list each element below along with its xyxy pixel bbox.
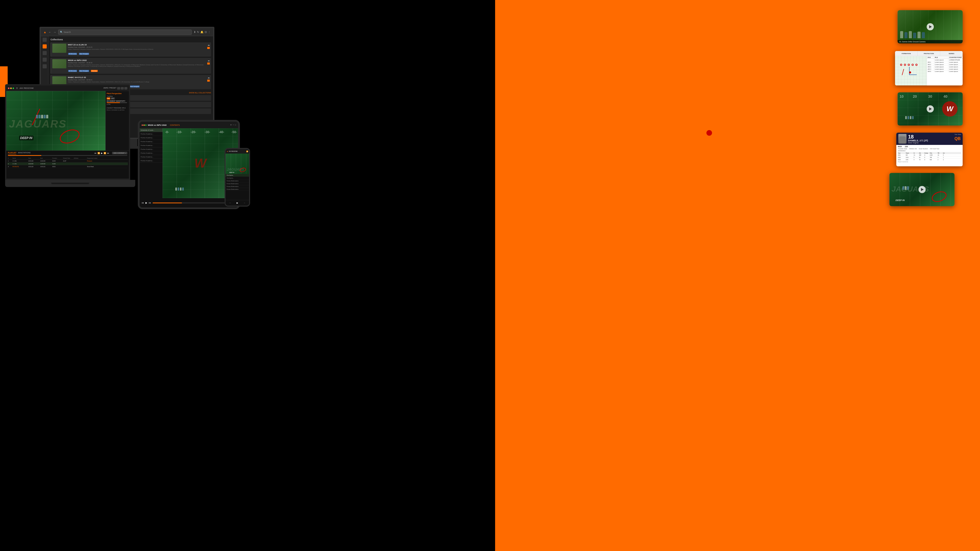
monitor-nav-back[interactable]: ← (48, 30, 51, 34)
ground-camera-play-btn[interactable] (927, 23, 934, 30)
tag-mark-1[interactable]: Mark Heinigkeit (79, 53, 89, 55)
deep-in-text: DEEP IN (19, 136, 33, 140)
playlist-tabs: PLAYLIST ANNOTATIONS ⏮ ⏪ ▶ ⏩ ⏭ ADD CONTE… (8, 152, 127, 154)
show-all-collections-btn[interactable]: SHOW ALL COLLECTIONS (189, 92, 211, 94)
tracking-on-btn[interactable]: ON (107, 97, 110, 100)
laptop-title: JAX REDZONE (19, 87, 34, 89)
collection-thumb-2 (52, 59, 66, 68)
pb-row-0[interactable]: Lorem ipsum LOREM IPSUM (927, 59, 963, 61)
phone-list-item-6[interactable]: Purdue Boilermakers (226, 188, 249, 191)
card-wisc-video: 10 20 30 40 W (897, 92, 963, 125)
phone-content-list: Clio Sports... Clio Sports... Purdue Boi… (226, 174, 249, 200)
menu-icon[interactable]: ⋮ (208, 30, 210, 33)
rewind-btn[interactable]: ⏪ (97, 152, 100, 154)
pb-row-1[interactable]: AB-1 Lorem ipsum Lorem ipsum (927, 61, 963, 64)
fast-forward-btn[interactable]: ⏩ (103, 152, 106, 154)
tracking-off-btn[interactable]: OFF (111, 97, 115, 100)
movement-sensitivity-label: MOVEMENT SENSITIVITY (107, 100, 128, 102)
tablet-close-btn[interactable]: ✕ (230, 124, 232, 126)
monitor-topbar: ▲ ← → 🔍 Search ⬇ ↻ 🔔 ⊡ ⋮ (41, 28, 213, 36)
jax-play-btn[interactable] (918, 186, 926, 193)
tablet-list-item-7[interactable]: Purdue Academy... (140, 151, 162, 155)
cloud-upload-icon-2[interactable]: ☁ (207, 59, 210, 62)
sidebar-icon-settings[interactable] (43, 64, 47, 68)
sidebar-icon-presentations[interactable] (43, 58, 47, 62)
tablet-skip-fwd[interactable]: ⏭ (149, 202, 151, 204)
player-card-header: 18 DANIELS, J.T. (JT) West Virginia QB T… (896, 133, 963, 145)
laptop-speed-icon[interactable]: ANRD (103, 87, 108, 89)
wisc-play-btn[interactable] (927, 105, 934, 113)
tag-overview-2[interactable]: Overview (91, 70, 98, 72)
orange-accent-mid (796, 102, 817, 118)
sidebar-icon-collections[interactable] (43, 44, 47, 48)
laptop-preset-icon[interactable]: PRESET (109, 87, 116, 89)
tablet-max-btn[interactable]: □ (235, 124, 236, 126)
tablet-list-item-2[interactable]: Purdue Academy... (140, 132, 162, 136)
tablet-timeline[interactable] (153, 203, 230, 203)
download-icon[interactable]: ⬇ (194, 30, 196, 33)
phone-video: JAGUARS DEEP IN (226, 154, 249, 174)
phone-topbar: ▲ JAX REDZONE 📶 (226, 149, 249, 154)
monitor-nav-forward[interactable]: → (53, 30, 56, 34)
phone-nav-fwd[interactable]: → (243, 202, 245, 204)
collection-title-3: MABC 34 KYLO 33 (68, 76, 206, 79)
pb-row-3[interactable]: AB-3 Lorem ipsum Lorem ipsum (927, 66, 963, 68)
skip-back-btn[interactable]: ⏮ (94, 152, 97, 154)
phone-list-item-3[interactable]: Purdue Boilermakers (226, 179, 249, 183)
notification-icon[interactable]: 🔔 (200, 30, 204, 33)
sensitivity-slider[interactable] (107, 102, 127, 103)
tablet-skip-back[interactable]: ⏮ (142, 202, 144, 204)
collection-desc-2: Video | National Collegiate Athletic Ass… (68, 64, 206, 67)
collection-item-2[interactable]: WIUN vs INPU 2022 Modified Date: 2022/09… (51, 58, 211, 74)
laptop-share-icon[interactable]: ⊡ (16, 87, 18, 89)
phone-nav-back[interactable]: ← (229, 202, 231, 204)
tablet-tab-contents[interactable]: CONTENTS (170, 124, 180, 126)
tablet-list-item-6[interactable]: Purdue Academy... (140, 148, 162, 151)
phone-list-item-4[interactable]: Purdue Boilermakers (226, 183, 249, 185)
tablet-play-btn[interactable]: ▶ (145, 202, 147, 204)
cloud-upload-icon-3[interactable]: ☁ (207, 76, 210, 79)
sidebar-icon-video[interactable] (43, 51, 47, 55)
refresh-icon[interactable]: ↻ (197, 30, 199, 33)
phone-list-item-2[interactable]: Clio Sports... (226, 177, 249, 179)
monitor-search-text: Search (64, 31, 71, 33)
tablet-list-item-4[interactable]: Purdue Academy... (140, 140, 162, 144)
playlist-row-1[interactable]: 1O LINE10:31:0010:33:4002:4021.87Pressur… (7, 160, 128, 162)
playbook-header: FORMATION PROTECTION SERIES (895, 51, 963, 56)
collection-type-icon-3 (207, 79, 210, 82)
play-btn-ctrl[interactable]: ▶ (101, 152, 103, 154)
tablet-list-item-1[interactable]: University of Louis... (140, 128, 162, 132)
tablet-players (175, 187, 184, 191)
tablet-list-item-9[interactable]: Purdue Academy... (140, 159, 162, 163)
connector-dot-red (706, 130, 712, 136)
add-content-btn[interactable]: ADD CONTENT + (112, 152, 127, 154)
tracking-section: Tracking ON OFF MOVEMENT SENSITIVITY ● 7… (107, 95, 128, 105)
phone-list-item-1[interactable]: Clio Sports... (226, 174, 249, 177)
tag-bill-mccarthy-1[interactable]: Bill McCarthy (68, 53, 77, 55)
tablet-list-item-3[interactable]: Purdue Academy... (140, 136, 162, 140)
timeline-bar[interactable] (8, 155, 127, 156)
playlist-row-3[interactable]: 3PA ROUTE10:31:2010:31:2100:01Scout Road (7, 165, 128, 168)
monitor-search-bar: 🔍 Search (58, 30, 192, 35)
pb-row-4[interactable]: AB-4 Lorem ipsum Lorem ipsum (927, 68, 963, 70)
pb-row-5[interactable]: AB-5 Lorem ipsum Lorem ipsum (927, 70, 963, 73)
tablet-min-btn[interactable]: ─ (233, 124, 234, 126)
phone-list-item-5[interactable]: Purdue Boilermakers (226, 185, 249, 188)
sidebar-icon-home[interactable] (43, 38, 47, 42)
collection-item-1[interactable]: MIST 23 vs ILUN 15 Modified Date: 2022/0… (51, 42, 211, 57)
tab-annotations[interactable]: ANNOTATIONS (18, 152, 30, 154)
player-photo-container (898, 134, 907, 144)
share-icon[interactable]: ⊡ (205, 30, 207, 33)
playbook-table: PAS RLE COUNTER POINT Lorem ipsum LOREM … (927, 56, 963, 86)
tablet-list-item-8[interactable]: Purdue Academy... (140, 155, 162, 159)
tracking-label: Tracking (107, 95, 128, 97)
tablet-list-item-5[interactable]: Purdue Academy... (140, 144, 162, 148)
playlist-row-2[interactable]: 2O LINE10:33:4010:35:3001:50 (7, 162, 128, 165)
pb-row-2[interactable]: AB-2 Lorem ipsum Lorem ipsum (927, 64, 963, 66)
tab-playlist[interactable]: PLAYLIST (8, 152, 16, 154)
tag-mark-2[interactable]: Mark Heinigkeit (79, 70, 89, 72)
skip-forward-btn[interactable]: ⏭ (107, 152, 109, 154)
cloud-upload-icon-1[interactable]: ☁ (207, 44, 210, 46)
tag-bill-2[interactable]: Bill McCarthy (68, 70, 77, 72)
phone-nav-play[interactable]: ▶ (237, 202, 238, 204)
